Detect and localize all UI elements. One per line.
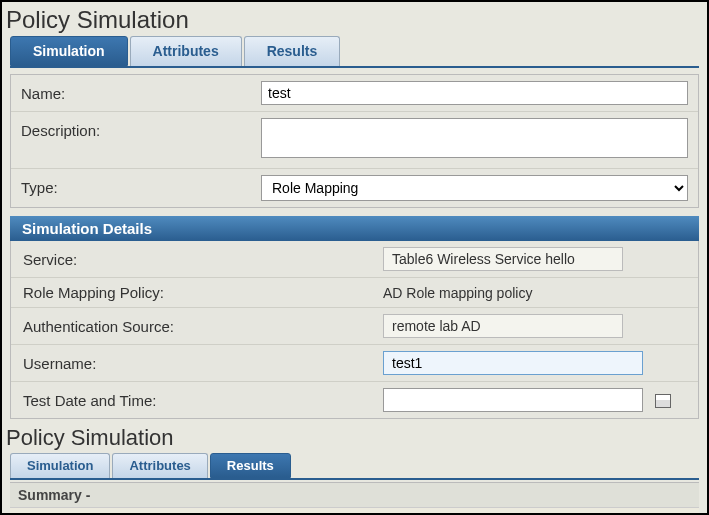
rmp-label: Role Mapping Policy: xyxy=(23,284,383,301)
row-test-date: Test Date and Time: xyxy=(11,382,698,418)
name-input[interactable] xyxy=(261,81,688,105)
service-value: Table6 Wireless Service hello xyxy=(383,247,623,271)
date-input[interactable] xyxy=(383,388,643,412)
row-username: Username: xyxy=(11,345,698,382)
rmp-value: AD Role mapping policy xyxy=(383,285,686,301)
type-select[interactable]: Role Mapping xyxy=(261,175,688,201)
type-label: Type: xyxy=(21,175,261,196)
summary-header: Summary - xyxy=(10,482,699,507)
form-area: Name: Description: Type: Role Mapping xyxy=(10,74,699,208)
username-input[interactable] xyxy=(383,351,643,375)
row-role-mapping-policy: Role Mapping Policy: AD Role mapping pol… xyxy=(11,278,698,308)
name-label: Name: xyxy=(21,81,261,102)
row-service: Service: Table6 Wireless Service hello xyxy=(11,241,698,278)
tab-attributes[interactable]: Attributes xyxy=(130,36,242,66)
row-name: Name: xyxy=(11,75,698,112)
row-description: Description: xyxy=(11,112,698,169)
page-title-bottom: Policy Simulation xyxy=(2,419,707,453)
tabs-bottom: Simulation Attributes Results xyxy=(10,453,699,480)
tabs-top: Simulation Attributes Results xyxy=(10,36,699,68)
tab-simulation-bottom[interactable]: Simulation xyxy=(10,453,110,478)
row-auth-source: Authentication Source: remote lab AD xyxy=(11,308,698,345)
tab-results-bottom[interactable]: Results xyxy=(210,453,291,478)
calendar-icon[interactable] xyxy=(655,394,671,408)
simulation-details: Service: Table6 Wireless Service hello R… xyxy=(10,241,699,419)
simulation-details-header: Simulation Details xyxy=(10,216,699,241)
auth-value: remote lab AD xyxy=(383,314,623,338)
description-label: Description: xyxy=(21,118,261,139)
tab-results[interactable]: Results xyxy=(244,36,341,66)
date-label: Test Date and Time: xyxy=(23,392,383,409)
username-label: Username: xyxy=(23,355,383,372)
row-type: Type: Role Mapping xyxy=(11,169,698,207)
tab-attributes-bottom[interactable]: Attributes xyxy=(112,453,207,478)
summary-row-roles: Roles AD User, Engineering, Software Eng… xyxy=(10,507,699,515)
description-input[interactable] xyxy=(261,118,688,158)
auth-label: Authentication Source: xyxy=(23,318,383,335)
service-label: Service: xyxy=(23,251,383,268)
app-window: Policy Simulation Simulation Attributes … xyxy=(0,0,709,515)
tab-simulation[interactable]: Simulation xyxy=(10,36,128,66)
page-title: Policy Simulation xyxy=(2,2,707,36)
